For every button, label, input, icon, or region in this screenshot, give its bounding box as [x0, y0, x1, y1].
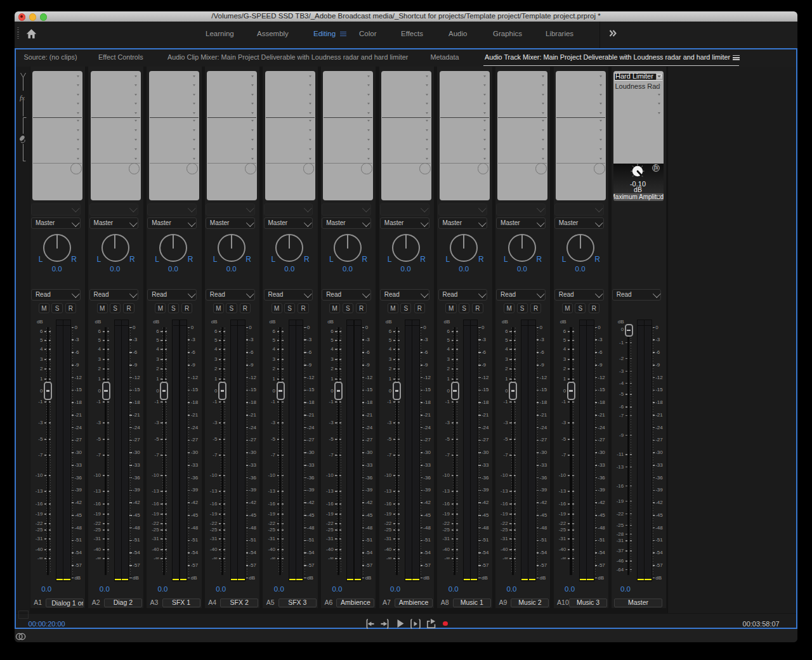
svg-text:fx: fx	[20, 94, 25, 101]
